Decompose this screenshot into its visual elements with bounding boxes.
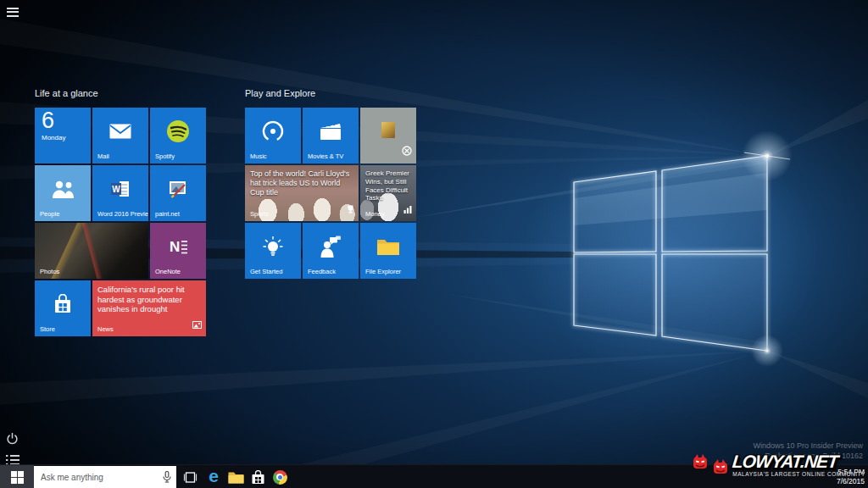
- file-explorer-button[interactable]: [225, 465, 247, 488]
- spotify-icon: [150, 108, 206, 155]
- watermark-line1: Windows 10 Pro Insider Preview: [753, 441, 863, 452]
- tile-spotify[interactable]: Spotify: [150, 108, 206, 164]
- tile-mail[interactable]: Mail: [92, 108, 148, 164]
- store-button[interactable]: [247, 465, 269, 488]
- tile-label: Movies & TV: [308, 152, 343, 160]
- calendar-day: 6: [42, 108, 54, 134]
- tile-label: Get Started: [250, 268, 282, 275]
- lightbulb-icon: [245, 223, 301, 270]
- tile-label: Word 2016 Preview: [97, 210, 148, 218]
- tile-label: Money: [365, 210, 385, 218]
- chart-icon: [403, 202, 412, 217]
- tile-group-label: Life at a glance: [35, 88, 98, 98]
- tile-label: Store: [40, 325, 55, 333]
- start-button[interactable]: [0, 465, 34, 488]
- tile-store[interactable]: Store: [35, 280, 91, 336]
- microphone-icon[interactable]: [163, 471, 171, 486]
- tile-feedback[interactable]: Feedback: [303, 223, 359, 279]
- music-icon: [245, 108, 301, 155]
- trophy-icon: [347, 202, 354, 217]
- money-headline: Greek Premier Wins, but Still Faces Diff…: [365, 169, 412, 202]
- news-headline: California's rural poor hit hardest as g…: [97, 285, 202, 314]
- paint-net-icon: [150, 165, 206, 213]
- tile-word[interactable]: W Word 2016 Preview: [92, 165, 148, 221]
- svg-text:W: W: [112, 185, 120, 194]
- tile-calendar[interactable]: 6 Monday: [35, 108, 91, 164]
- movies-tv-icon: [303, 108, 359, 155]
- tile-group-label: Play and Explore: [245, 88, 315, 98]
- devil-mascots-icon: [692, 453, 731, 479]
- word-icon: W: [92, 165, 148, 213]
- people-icon: [35, 165, 91, 213]
- feedback-icon: [303, 223, 359, 270]
- search-box[interactable]: [34, 466, 176, 488]
- folder-icon: [228, 471, 244, 484]
- tile-label: Feedback: [308, 268, 336, 275]
- tile-music[interactable]: Music: [245, 108, 301, 164]
- power-button[interactable]: [6, 432, 19, 448]
- store-bag-icon: [251, 470, 265, 485]
- tile-label: Music: [250, 152, 267, 160]
- tile-file-explorer[interactable]: File Explorer: [360, 223, 416, 279]
- mail-icon: [92, 108, 148, 155]
- news-photo-badge-icon: [192, 317, 202, 332]
- chrome-button[interactable]: [269, 465, 291, 488]
- tile-label: paint.net: [155, 210, 180, 218]
- tile-label: Sports: [250, 210, 269, 218]
- xbox-avatar: [381, 122, 395, 138]
- tile-people[interactable]: People: [35, 165, 91, 221]
- start-menu-hamburger-icon[interactable]: [7, 8, 19, 17]
- folder-icon: [360, 223, 416, 270]
- svg-text:N: N: [170, 239, 180, 255]
- tile-news[interactable]: California's rural poor hit hardest as g…: [92, 280, 206, 336]
- tile-label: Spotify: [155, 152, 175, 160]
- tile-xbox[interactable]: [360, 108, 416, 164]
- lowyat-watermark-logo: LOWYAT.NET MALAYSIA'S LARGEST ONLINE COM…: [692, 453, 865, 479]
- chrome-icon: [273, 470, 287, 485]
- sports-headline: Top of the world! Carli Lloyd's hat tric…: [250, 169, 354, 197]
- task-view-button[interactable]: [179, 465, 201, 488]
- onenote-icon: N: [150, 223, 206, 270]
- tile-money[interactable]: Greek Premier Wins, but Still Faces Diff…: [360, 165, 416, 221]
- lowyat-title: LOWYAT.NET: [732, 453, 866, 470]
- store-icon: [35, 280, 91, 328]
- lowyat-subtitle: MALAYSIA'S LARGEST ONLINE COMMUNITY: [732, 471, 865, 477]
- tile-label: OneNote: [155, 268, 181, 275]
- calendar-weekday: Monday: [42, 134, 65, 141]
- tile-movies-tv[interactable]: Movies & TV: [303, 108, 359, 164]
- tile-label: News: [97, 325, 114, 333]
- tile-photos[interactable]: Photos: [35, 223, 148, 279]
- windows-logo-icon: [11, 471, 24, 484]
- xbox-logo-icon: [402, 144, 412, 159]
- tile-label: People: [40, 210, 59, 218]
- edge-button[interactable]: e: [203, 465, 225, 488]
- task-view-icon: [183, 472, 198, 483]
- tile-label: File Explorer: [365, 268, 401, 275]
- desktop: Life at a glance Play and Explore 6 Mond…: [0, 0, 868, 488]
- tile-onenote[interactable]: N OneNote: [150, 223, 206, 279]
- tile-sports[interactable]: Top of the world! Carli Lloyd's hat tric…: [245, 165, 359, 221]
- tile-get-started[interactable]: Get Started: [245, 223, 301, 279]
- edge-icon: e: [209, 467, 219, 485]
- tile-paint-net[interactable]: paint.net: [150, 165, 206, 221]
- search-input[interactable]: [34, 466, 176, 488]
- tile-label: Mail: [97, 152, 109, 160]
- tile-label: Photos: [40, 268, 59, 275]
